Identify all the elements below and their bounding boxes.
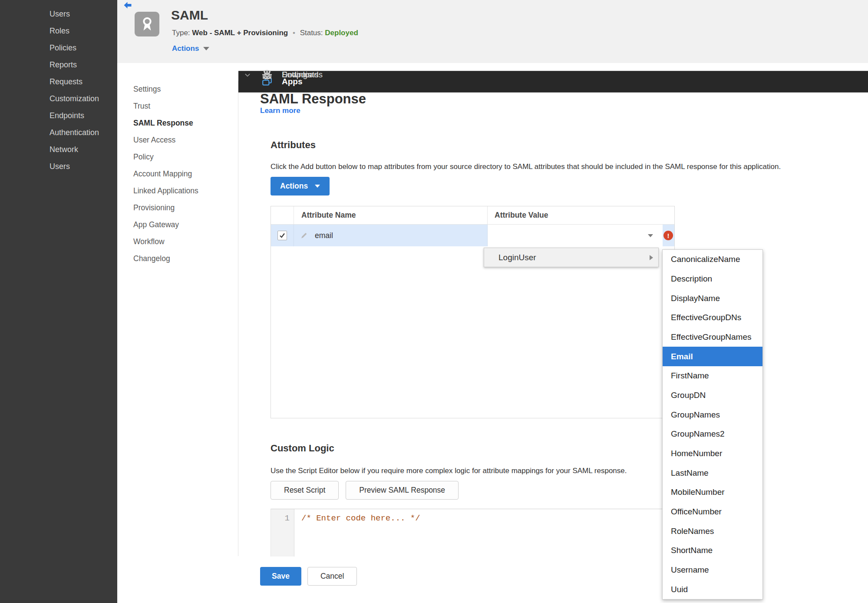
app-title: SAML [171, 8, 208, 23]
cancel-button[interactable]: Cancel [307, 567, 357, 586]
custom-logic-description: Use the Script Editor below if you requi… [271, 467, 627, 475]
submenu-item-effectivegroupnames[interactable]: EffectiveGroupNames [663, 328, 762, 347]
subnav-item-app-gateway[interactable]: App Gateway [117, 216, 238, 233]
subnav-item-workflow[interactable]: Workflow [117, 233, 238, 250]
sidebar-item-label: Authentication [50, 128, 99, 137]
sidebar-item-label: Customization [50, 94, 99, 103]
validation-error-icon: ! [663, 231, 673, 240]
chevron-right-icon [650, 255, 653, 260]
preview-saml-response-button[interactable]: Preview SAML Response [346, 481, 459, 500]
submenu-item-displayname[interactable]: DisplayName [663, 288, 762, 308]
sidebar-item-network[interactable]: Network [0, 141, 117, 158]
app-root: DashboardsCore ServicesUsersRolesPolicie… [0, 0, 868, 603]
app-meta: Type: Web - SAML + Provisioning • Status… [172, 29, 358, 37]
actions-button-label: Actions [280, 182, 308, 191]
select-column-header [271, 206, 294, 224]
submenu-item-groupnames[interactable]: GroupNames [663, 405, 762, 424]
submenu-item-effectivegroupdns[interactable]: EffectiveGroupDNs [663, 308, 762, 328]
chevron-down-icon [648, 234, 653, 237]
sidebar-item-label: Network [50, 145, 78, 154]
attribute-name-header: Attribute Name [294, 206, 487, 224]
sidebar-item-label: Requests [50, 77, 83, 86]
sidebar-item-users[interactable]: Users [0, 158, 117, 175]
meta-separator: • [290, 29, 298, 37]
reset-script-button[interactable]: Reset Script [271, 481, 339, 500]
row-checkbox[interactable] [277, 231, 287, 240]
subnav-item-linked-applications[interactable]: Linked Applications [117, 182, 238, 199]
sidebar-item-authentication[interactable]: Authentication [0, 124, 117, 141]
sidebar-item-endpoints[interactable]: Endpoints [0, 107, 117, 124]
sidebar-item-label: Reports [50, 60, 77, 70]
attribute-value-combobox[interactable] [488, 225, 663, 246]
subnav-item-settings[interactable]: Settings [117, 81, 238, 98]
script-editor: 1 /* Enter code here... */ [271, 509, 675, 557]
edit-pencil-icon[interactable] [300, 231, 308, 240]
page-title: SAML Response [260, 91, 366, 107]
type-label: Type: [172, 29, 190, 37]
attribute-value-dropdown-loginuser[interactable]: LoginUser [484, 248, 659, 267]
submenu-item-lastname[interactable]: LastName [663, 463, 762, 483]
subnav-item-trust[interactable]: Trust [117, 98, 238, 115]
footer-buttons: Save Cancel [260, 567, 357, 586]
sidebar-item-label: Users [50, 162, 70, 171]
attribute-value-cell: ! [487, 225, 674, 246]
attribute-name-value: email [315, 231, 333, 240]
editor-code-area[interactable]: /* Enter code here... */ [294, 509, 675, 557]
row-select-cell [271, 225, 294, 246]
subnav-item-saml-response[interactable]: SAML Response [117, 115, 238, 132]
attributes-actions-button[interactable]: Actions [271, 177, 330, 195]
attribute-value-header: Attribute Value [487, 206, 674, 224]
status-label: Status: [300, 29, 323, 37]
attributes-heading: Attributes [271, 139, 316, 151]
submenu-item-canonicalizename[interactable]: CanonicalizeName [663, 250, 762, 269]
submenu-item-mobilenumber[interactable]: MobileNumber [663, 483, 762, 502]
submenu-item-rolenames[interactable]: RoleNames [663, 521, 762, 541]
sidebar-item-requests[interactable]: Requests [0, 73, 117, 90]
submenu-item-shortname[interactable]: ShortName [663, 541, 762, 560]
sidebar: DashboardsCore ServicesUsersRolesPolicie… [0, 0, 117, 603]
custom-logic-buttons: Reset Script Preview SAML Response [271, 481, 459, 500]
saml-app-icon [135, 12, 159, 36]
app-settings-subnav: SettingsTrustSAML ResponseUser AccessPol… [117, 81, 238, 556]
submenu-item-groupnames2[interactable]: GroupNames2 [663, 424, 762, 444]
editor-line-number: 1 [271, 509, 294, 557]
subnav-item-account-mapping[interactable]: Account Mapping [117, 166, 238, 182]
loginuser-attributes-submenu: CanonicalizeNameDescriptionDisplayNameEf… [662, 249, 763, 600]
sidebar-item-policies[interactable]: Policies [0, 40, 117, 56]
subnav-item-changelog[interactable]: Changelog [117, 250, 238, 267]
attributes-description: Click the Add button below to map attrib… [271, 162, 781, 171]
header-actions-label: Actions [172, 44, 199, 53]
sidebar-item-label: Endpoints [50, 111, 84, 120]
table-row: email ! [271, 225, 674, 246]
header-actions-menu[interactable]: Actions [172, 44, 209, 53]
submenu-item-email[interactable]: Email [663, 347, 762, 366]
sidebar-item-roles[interactable]: Roles [0, 23, 117, 40]
submenu-item-username[interactable]: Username [663, 560, 762, 580]
submenu-item-homenumber[interactable]: HomeNumber [663, 444, 762, 464]
main-content: SAML Response Learn more Attributes Clic… [238, 63, 868, 603]
chevron-down-icon [203, 47, 209, 50]
sidebar-item-label: Roles [50, 27, 69, 36]
save-button[interactable]: Save [260, 567, 301, 586]
sidebar-item-users[interactable]: Users [0, 6, 117, 23]
subnav-item-policy[interactable]: Policy [117, 149, 238, 166]
sidebar-item-label: Policies [50, 43, 76, 53]
attribute-name-cell: email [294, 225, 487, 246]
sidebar-item-label: Users [50, 10, 70, 19]
back-arrow-icon[interactable] [123, 1, 132, 10]
submenu-item-firstname[interactable]: FirstName [663, 366, 762, 386]
subnav-item-provisioning[interactable]: Provisioning [117, 199, 238, 216]
attributes-table: Attribute Name Attribute Value email [271, 206, 675, 418]
page-header: SAML Type: Web - SAML + Provisioning • S… [117, 0, 868, 63]
sidebar-item-reports[interactable]: Reports [0, 56, 117, 73]
status-badge: Deployed [325, 29, 358, 37]
submenu-item-uuid[interactable]: Uuid [663, 580, 762, 599]
dropdown-trigger-label: LoginUser [498, 253, 536, 262]
submenu-item-description[interactable]: Description [663, 269, 762, 289]
subnav-item-user-access[interactable]: User Access [117, 132, 238, 149]
learn-more-link[interactable]: Learn more [260, 106, 300, 115]
sidebar-item-customization[interactable]: Customization [0, 90, 117, 107]
custom-logic-heading: Custom Logic [271, 443, 334, 454]
submenu-item-officenumber[interactable]: OfficeNumber [663, 502, 762, 522]
submenu-item-groupdn[interactable]: GroupDN [663, 386, 762, 405]
